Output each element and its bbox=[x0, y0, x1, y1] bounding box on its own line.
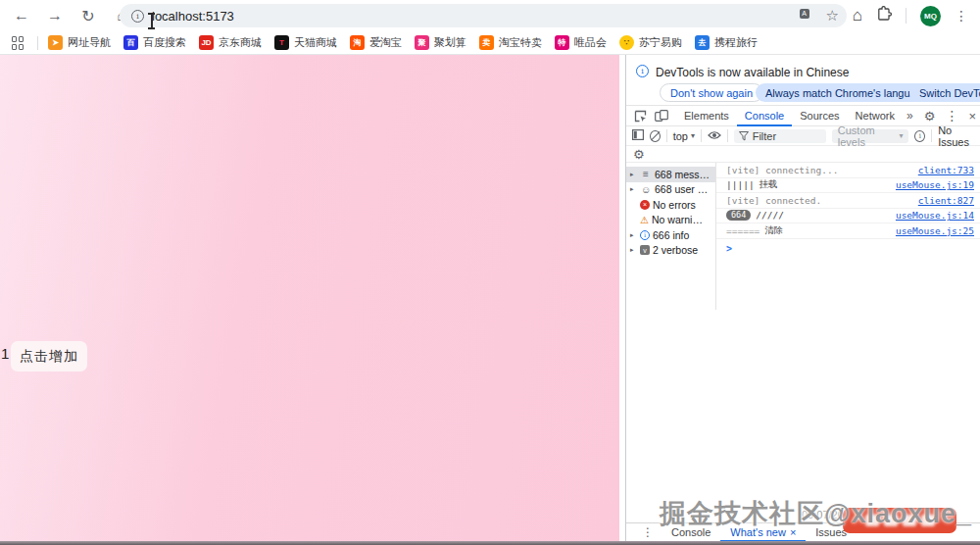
bookmark-favicon: 卖 bbox=[479, 35, 494, 50]
bookmark-label: 京东商城 bbox=[219, 35, 262, 50]
inspect-element-icon[interactable] bbox=[634, 110, 647, 123]
bookmark-ctrip[interactable]: 去携程旅行 bbox=[695, 35, 758, 50]
source-link[interactable]: useMouse.js:19 bbox=[896, 179, 974, 190]
drawer-menu-icon[interactable]: ⋮ bbox=[642, 525, 654, 539]
filter-placeholder: Filter bbox=[753, 130, 776, 142]
source-link[interactable]: client:733 bbox=[918, 165, 974, 175]
sidebar-label: 2 verbose bbox=[653, 244, 698, 256]
sidebar-label: 668 mess… bbox=[655, 169, 710, 180]
bookmark-favicon: JD bbox=[199, 35, 214, 50]
source-link[interactable]: useMouse.js:14 bbox=[896, 210, 974, 221]
console-message[interactable]: ======清除useMouse.js:25 bbox=[716, 223, 980, 239]
devtools-menu-icon[interactable]: ⋮ bbox=[945, 108, 958, 124]
sidebar-label: 668 user … bbox=[655, 183, 708, 195]
bookmark-label: 携程旅行 bbox=[714, 35, 758, 50]
favicon-glyph: 淘 bbox=[354, 37, 362, 48]
site-info-icon[interactable]: i bbox=[131, 10, 144, 23]
browser-menu-icon[interactable]: ⋮ bbox=[955, 8, 968, 24]
sidebar-item-user-messages[interactable]: ▸☺668 user … bbox=[626, 182, 715, 198]
switch-devtools-button[interactable]: Switch DevTools to Chinese bbox=[909, 83, 980, 102]
toolbar-divider bbox=[666, 129, 667, 142]
console-message[interactable]: 664/////useMouse.js:14 bbox=[716, 209, 980, 224]
user-icon: ☺ bbox=[640, 184, 652, 195]
log-levels-select[interactable]: Custom levels▾ bbox=[832, 129, 909, 143]
back-icon[interactable]: ← bbox=[10, 4, 33, 27]
toolbar-divider bbox=[701, 129, 702, 142]
page-viewport: 1 点击增加 bbox=[0, 55, 619, 545]
sidebar-item-info[interactable]: ▸i666 info bbox=[626, 227, 715, 243]
bookmark-suning[interactable]: ∵苏宁易购 bbox=[619, 35, 682, 50]
bookmark-taobaotemai[interactable]: 卖淘宝特卖 bbox=[479, 35, 542, 50]
warning-icon: ⚠ bbox=[640, 215, 649, 225]
list-item-number: 1 bbox=[1, 345, 9, 362]
live-expression-eye-icon[interactable] bbox=[708, 130, 721, 142]
tab-network[interactable]: Network bbox=[848, 106, 903, 126]
issues-info-icon: i bbox=[914, 130, 925, 142]
bookmark-juhuasuan[interactable]: 聚聚划算 bbox=[415, 35, 466, 50]
bookmark-label: 爱淘宝 bbox=[369, 35, 402, 50]
forward-icon[interactable]: → bbox=[43, 4, 67, 27]
tab-elements[interactable]: Elements bbox=[676, 106, 737, 126]
bookmark-tmall[interactable]: T天猫商城 bbox=[274, 35, 337, 50]
console-filter-input[interactable]: Filter bbox=[734, 129, 826, 143]
extensions-icon[interactable] bbox=[876, 6, 892, 25]
console-settings-gear-icon[interactable]: ⚙ bbox=[633, 147, 645, 162]
bookmark-favicon: T bbox=[274, 35, 289, 50]
reload-icon[interactable]: ↻ bbox=[76, 4, 100, 27]
devtools-tabbar: Elements Console Sources Network » ⚙ ⋮ × bbox=[626, 106, 980, 126]
bookmark-star-icon[interactable]: ☆ bbox=[826, 7, 839, 25]
tab-sources[interactable]: Sources bbox=[792, 106, 847, 126]
devtools-close-icon[interactable]: × bbox=[968, 109, 976, 124]
verbose-icon: v bbox=[640, 245, 650, 255]
source-link[interactable]: client:827 bbox=[918, 195, 974, 206]
favicon-glyph: 聚 bbox=[418, 37, 426, 48]
console-sidebar: ▸≡668 mess… ▸☺668 user … ×No errors ⚠No … bbox=[626, 163, 716, 310]
sidebar-item-warnings[interactable]: ⚠No warni… bbox=[626, 213, 715, 228]
toolbar-divider bbox=[727, 129, 728, 142]
sidebar-item-errors[interactable]: ×No errors bbox=[626, 197, 715, 213]
more-tabs-icon[interactable]: » bbox=[903, 109, 917, 123]
tab-console[interactable]: Console bbox=[737, 106, 792, 126]
sidebar-label: No warni… bbox=[652, 214, 703, 225]
infobar-message: DevTools is now available in Chinese bbox=[656, 66, 849, 79]
sidebar-toggle-icon[interactable] bbox=[632, 129, 644, 142]
bookmark-aitaobao[interactable]: 淘爱淘宝 bbox=[350, 35, 402, 50]
console-messages: [vite] connecting...client:733 |||||挂载us… bbox=[716, 163, 980, 310]
bookmark-favicon: 去 bbox=[695, 35, 710, 50]
bookmark-vip[interactable]: 特唯品会 bbox=[555, 35, 607, 50]
console-message[interactable]: |||||挂载useMouse.js:19 bbox=[716, 178, 980, 194]
bookmark-baidu[interactable]: 百百度搜索 bbox=[123, 35, 186, 50]
bookmark-favicon: ➤ bbox=[48, 35, 63, 50]
console-body: ▸≡668 mess… ▸☺668 user … ×No errors ⚠No … bbox=[626, 163, 980, 310]
console-prompt-chevron[interactable]: > bbox=[716, 239, 980, 254]
bookmark-label: 聚划算 bbox=[434, 35, 466, 50]
device-toolbar-icon[interactable] bbox=[655, 110, 668, 122]
bookmark-favicon: 聚 bbox=[415, 35, 429, 50]
favicon-glyph: 去 bbox=[699, 37, 707, 48]
profile-avatar[interactable]: MQ bbox=[920, 6, 941, 26]
bookmark-jd[interactable]: JD京东商城 bbox=[199, 35, 262, 50]
settings-gear-icon[interactable]: ⚙ bbox=[924, 109, 936, 124]
console-message[interactable]: [vite] connected.client:827 bbox=[716, 193, 980, 209]
translate-icon[interactable]: A文 bbox=[800, 9, 814, 24]
clear-console-icon[interactable] bbox=[650, 130, 661, 142]
bookmark-label: 淘宝特卖 bbox=[499, 35, 542, 50]
home-solid-icon[interactable]: ⌂ bbox=[853, 6, 862, 25]
sidebar-item-verbose[interactable]: ▸v2 verbose bbox=[626, 243, 715, 259]
frame-context-select[interactable]: top▾ bbox=[673, 130, 695, 142]
info-icon: i bbox=[636, 65, 649, 77]
favicon-glyph: 百 bbox=[127, 37, 135, 48]
apps-grid-icon[interactable] bbox=[12, 36, 25, 50]
bookmark-wangzhidaohang[interactable]: ➤网址导航 bbox=[48, 35, 111, 50]
dont-show-again-button[interactable]: Don't show again bbox=[660, 83, 763, 102]
address-bar[interactable]: i localhost:5173 A文 ☆ bbox=[120, 4, 847, 27]
source-link[interactable]: useMouse.js:25 bbox=[896, 225, 974, 236]
info-icon: i bbox=[640, 230, 650, 240]
sidebar-item-messages[interactable]: ▸≡668 mess… bbox=[626, 167, 715, 182]
add-button[interactable]: 点击增加 bbox=[11, 341, 87, 372]
issues-counter[interactable]: No Issues bbox=[938, 124, 980, 148]
console-message[interactable]: [vite] connecting...client:733 bbox=[716, 163, 980, 178]
list-icon: ≡ bbox=[640, 169, 652, 179]
bookmark-label: 百度搜索 bbox=[143, 35, 186, 50]
url-text[interactable]: localhost:5173 bbox=[152, 9, 234, 24]
